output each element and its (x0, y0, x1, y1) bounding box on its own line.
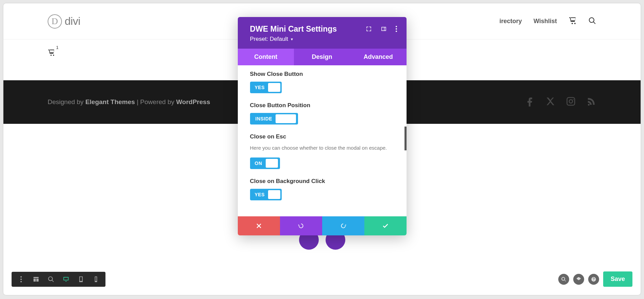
logo[interactable]: D divi (48, 14, 80, 29)
footer-designed-by: Designed by (48, 98, 85, 105)
logo-text: divi (65, 15, 80, 28)
dock-icon[interactable] (381, 26, 387, 32)
preset-selector[interactable]: Preset: Default ▼ (250, 36, 394, 43)
toggle-knob (268, 190, 280, 199)
preset-label: Preset: Default (250, 36, 288, 43)
footer-theme-link[interactable]: Elegant Themes (85, 98, 135, 105)
wireframe-icon (33, 276, 39, 283)
search-settings-button[interactable] (558, 274, 569, 285)
builder-actions: Save (558, 271, 632, 287)
instagram-icon[interactable] (566, 96, 576, 108)
redo-icon (340, 222, 347, 229)
setting-close-on-bg-click: Close on Background Click YES (250, 178, 394, 200)
toggle-knob (268, 83, 280, 92)
tab-design[interactable]: Design (294, 49, 350, 65)
tablet-view-button[interactable] (73, 272, 88, 287)
setting-show-close-button: Show Close Button YES (250, 71, 394, 93)
nav-item-wishlist[interactable]: Wishlist (533, 18, 557, 25)
phone-icon (93, 276, 99, 283)
toggle-knob (276, 114, 296, 123)
phone-view-button[interactable] (88, 272, 103, 287)
close-icon (255, 222, 262, 229)
layers-button[interactable] (573, 274, 584, 285)
save-button[interactable]: Save (603, 271, 632, 287)
toggle-close-bg[interactable]: YES (250, 189, 282, 200)
check-icon (382, 222, 389, 229)
nav-item-directory[interactable]: irectory (499, 18, 522, 25)
undo-button[interactable] (280, 216, 322, 235)
toggle-value: YES (251, 85, 268, 90)
desktop-icon (63, 276, 69, 283)
setting-label: Close Button Position (250, 102, 394, 109)
toggle-knob (266, 159, 278, 168)
modal-header[interactable]: DWE Mini Cart Settings Preset: Default ▼ (238, 17, 407, 49)
cart-icon[interactable] (568, 17, 577, 26)
settings-modal: DWE Mini Cart Settings Preset: Default ▼… (238, 17, 407, 235)
confirm-button[interactable] (364, 216, 407, 235)
toggle-value: ON (251, 161, 266, 166)
cancel-button[interactable] (238, 216, 280, 235)
zoom-icon (48, 276, 54, 283)
layers-icon (576, 277, 581, 282)
expand-icon[interactable] (366, 26, 372, 32)
modal-body[interactable]: Show Close Button YES Close Button Posit… (238, 65, 407, 216)
main-nav: irectory Wishlist (499, 17, 596, 26)
toggle-value: YES (251, 192, 268, 197)
question-icon (591, 277, 596, 282)
undo-icon (298, 222, 304, 229)
modal-header-actions (366, 26, 397, 32)
more-icon[interactable] (396, 26, 397, 32)
setting-close-on-esc: Close on Esc Here you can choose whether… (250, 133, 394, 169)
tablet-icon (78, 276, 84, 283)
scrollbar-thumb[interactable] (404, 127, 407, 150)
cart-count-badge: 1 (56, 45, 59, 50)
x-icon[interactable] (545, 96, 556, 108)
setting-label: Close on Esc (250, 133, 394, 140)
zoom-button[interactable] (44, 272, 59, 287)
chevron-down-icon: ▼ (290, 37, 294, 41)
redo-button[interactable] (322, 216, 364, 235)
setting-description: Here you can choose whether to close the… (250, 144, 394, 152)
tab-content[interactable]: Content (238, 49, 294, 65)
footer-platform-link[interactable]: WordPress (176, 98, 210, 105)
wireframe-button[interactable] (29, 272, 44, 287)
facebook-icon[interactable] (525, 96, 535, 108)
setting-label: Close on Background Click (250, 178, 394, 185)
toolbar-more-button[interactable] (14, 272, 29, 287)
help-button[interactable] (588, 274, 599, 285)
search-icon (561, 277, 566, 282)
toggle-show-close[interactable]: YES (250, 82, 282, 93)
tab-advanced[interactable]: Advanced (350, 49, 406, 65)
toggle-close-esc[interactable]: ON (250, 157, 280, 169)
builder-toolbar (12, 272, 105, 287)
footer-social-icons (525, 96, 596, 108)
rss-icon[interactable] (586, 96, 596, 108)
toggle-value: INSIDE (252, 116, 276, 121)
modal-tabs: Content Design Advanced (238, 49, 407, 65)
more-icon (18, 276, 24, 282)
toggle-close-position[interactable]: INSIDE (250, 113, 298, 124)
desktop-view-button[interactable] (59, 272, 73, 287)
logo-mark: D (48, 14, 62, 29)
footer-credits: Designed by Elegant Themes | Powered by … (48, 98, 210, 106)
page-viewport: D divi irectory Wishlist 1 Designed by E… (3, 3, 641, 295)
mini-cart-trigger[interactable]: 1 (48, 49, 55, 56)
modal-footer (238, 216, 407, 235)
footer-powered-by: | Powered by (135, 98, 176, 105)
setting-label: Show Close Button (250, 71, 394, 78)
search-icon[interactable] (588, 17, 596, 26)
setting-close-button-position: Close Button Position INSIDE (250, 102, 394, 124)
